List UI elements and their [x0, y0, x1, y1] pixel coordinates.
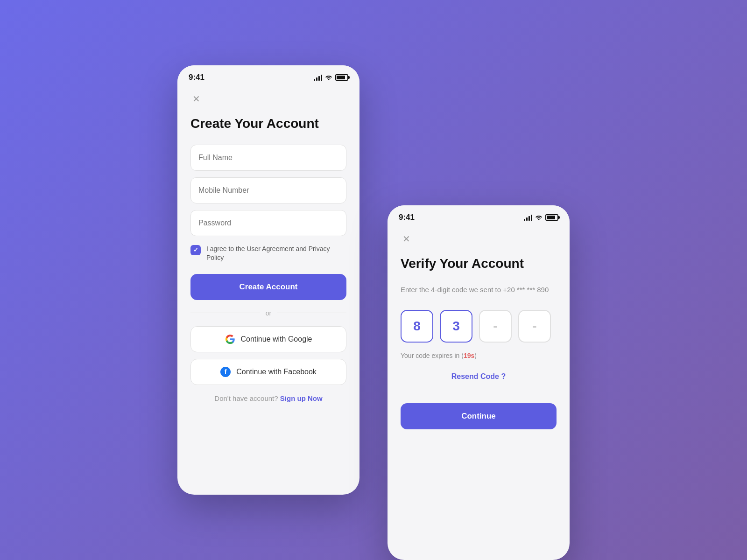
close-button-1[interactable]: ✕ — [190, 93, 202, 105]
divider-line-left — [190, 313, 260, 313]
card2-content: ✕ Verify Your Account Enter the 4-digit … — [388, 226, 570, 560]
signal-icon-2 — [524, 214, 532, 221]
close-button-2[interactable]: ✕ — [401, 233, 412, 245]
status-icons-2 — [524, 214, 558, 221]
page-title-1: Create Your Account — [190, 116, 346, 132]
divider-line-right — [277, 313, 346, 313]
page-title-2: Verify Your Account — [401, 256, 557, 272]
time-display-2: 9:41 — [399, 213, 415, 222]
expire-text: Your code expires in (19s) — [401, 352, 557, 359]
otp-box-2[interactable]: 3 — [440, 310, 472, 343]
otp-input-row: 8 3 - - — [401, 310, 557, 343]
verify-description: Enter the 4-digit code we sent to +20 **… — [401, 285, 557, 295]
signup-link[interactable]: Sign up Now — [280, 394, 323, 402]
divider-text: or — [266, 309, 271, 317]
create-account-button[interactable]: Create Account — [190, 274, 346, 300]
checkmark-icon: ✓ — [193, 246, 198, 253]
status-bar-1: 9:41 — [177, 65, 359, 86]
status-icons-1 — [314, 74, 348, 81]
signal-icon-1 — [314, 74, 322, 81]
status-bar-2: 9:41 — [388, 205, 570, 226]
divider: or — [190, 309, 346, 317]
resend-code-link[interactable]: Resend Code ? — [401, 372, 557, 381]
otp-box-3[interactable]: - — [479, 310, 512, 343]
expire-time: 19s — [464, 352, 474, 359]
google-button-label: Continue with Google — [241, 335, 312, 343]
terms-checkbox-row[interactable]: ✓ I agree to the User Agreement and Priv… — [190, 245, 346, 263]
terms-label: I agree to the User Agreement and Privac… — [206, 245, 346, 263]
password-input[interactable] — [190, 210, 346, 236]
create-account-screen: 9:41 ✕ Create Your Account — [177, 65, 359, 495]
google-icon — [225, 334, 235, 344]
battery-icon-1 — [335, 74, 348, 81]
continue-button[interactable]: Continue — [401, 403, 557, 429]
otp-box-1[interactable]: 8 — [401, 310, 433, 343]
card1-content: ✕ Create Your Account ✓ I agree to the U… — [177, 86, 359, 495]
full-name-input[interactable] — [190, 145, 346, 171]
otp-box-4[interactable]: - — [518, 310, 551, 343]
wifi-icon-2 — [535, 214, 543, 221]
checkbox-icon[interactable]: ✓ — [190, 245, 201, 255]
facebook-login-button[interactable]: f Continue with Facebook — [190, 359, 346, 385]
google-login-button[interactable]: Continue with Google — [190, 326, 346, 352]
signup-row: Don't have account? Sign up Now — [190, 394, 346, 402]
signup-text: Don't have account? — [214, 394, 278, 402]
verify-account-screen: 9:41 ✕ Verify Your Account Enter the 4-d… — [388, 205, 570, 560]
wifi-icon-1 — [325, 74, 332, 81]
time-display-1: 9:41 — [189, 73, 204, 82]
facebook-icon: f — [220, 367, 231, 377]
battery-icon-2 — [545, 214, 558, 221]
facebook-button-label: Continue with Facebook — [236, 368, 317, 376]
mobile-number-input[interactable] — [190, 177, 346, 203]
